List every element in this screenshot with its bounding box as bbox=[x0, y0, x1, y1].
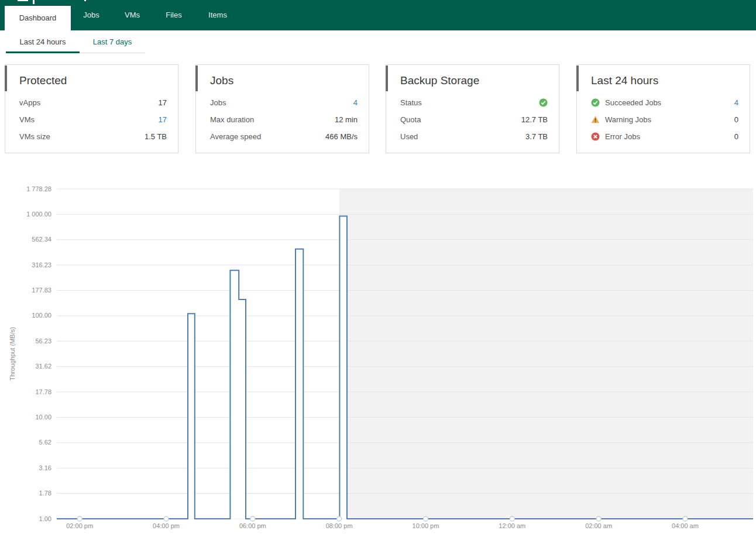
x-tick-label: 08:00 pm bbox=[326, 522, 353, 529]
x-tick-label: 02:00 am bbox=[585, 522, 612, 529]
stat-row-average-speed: Average speed 466 MB/s bbox=[210, 128, 358, 145]
y-tick-label: 562.34 bbox=[32, 236, 51, 243]
line-marker bbox=[77, 516, 82, 521]
tab-vms[interactable]: VMs bbox=[112, 0, 153, 30]
stat-value: 17 bbox=[159, 98, 167, 107]
x-tick-label: 10:00 pm bbox=[413, 522, 439, 529]
card-title: Jobs bbox=[210, 73, 355, 88]
x-tick-label: 06:00 pm bbox=[239, 522, 266, 529]
line-marker bbox=[423, 516, 428, 521]
stat-value-link[interactable]: 4 bbox=[734, 98, 738, 107]
cropped-row-remnant bbox=[33, 0, 35, 4]
stat-value: 0 bbox=[734, 132, 738, 141]
stat-row-status: Status bbox=[400, 94, 548, 111]
stat-value: 0 bbox=[734, 115, 738, 124]
stat-row-used: Used 3.7 TB bbox=[400, 128, 548, 145]
y-axis-title: Throughput (MB/s) bbox=[9, 327, 16, 381]
y-tick-label: 100.00 bbox=[32, 312, 51, 319]
pulse-fill bbox=[339, 216, 347, 519]
stat-row-vms: VMs 17 bbox=[19, 111, 167, 128]
line-marker bbox=[596, 516, 601, 521]
no-data-region bbox=[339, 189, 753, 519]
stat-value-link[interactable]: 4 bbox=[353, 98, 358, 107]
line-marker bbox=[250, 516, 255, 521]
y-tick-label: 1 000.00 bbox=[26, 211, 51, 218]
pulse-fill bbox=[295, 249, 303, 519]
warning-icon bbox=[591, 115, 600, 124]
y-tick-label: 3.16 bbox=[39, 464, 51, 471]
stat-row-warning-jobs: Warning Jobs 0 bbox=[591, 111, 738, 128]
x-tick-label: 04:00 am bbox=[672, 522, 699, 529]
y-tick-label: 177.83 bbox=[32, 287, 51, 294]
stat-value: 1.5 TB bbox=[145, 132, 167, 141]
stat-row-jobs: Jobs 4 bbox=[210, 94, 358, 111]
stat-value: 12.7 TB bbox=[521, 115, 548, 124]
card-title: Last 24 hours bbox=[591, 73, 736, 88]
card-protected: Protected vApps 17 VMs 17 VMs size 1.5 T… bbox=[5, 64, 178, 153]
line-marker bbox=[510, 516, 514, 521]
card-title: Protected bbox=[19, 73, 164, 88]
stat-value: 12 min bbox=[335, 115, 358, 124]
card-backup-storage: Backup Storage Status Quota 12.7 TB Used… bbox=[386, 64, 559, 153]
tab-files[interactable]: Files bbox=[153, 0, 195, 30]
stat-row-error-jobs: Error Jobs 0 bbox=[591, 128, 738, 145]
x-tick-label: 12:00 am bbox=[499, 522, 525, 529]
tab-items[interactable]: Items bbox=[195, 0, 240, 30]
pulse-fill bbox=[239, 299, 246, 519]
stat-row-vapps: vApps 17 bbox=[19, 94, 167, 111]
success-icon bbox=[591, 98, 600, 107]
stat-value: 3.7 TB bbox=[525, 132, 548, 141]
stat-row-vms-size: VMs size 1.5 TB bbox=[19, 128, 167, 145]
top-navbar: Dashboard Jobs VMs Files Items bbox=[0, 0, 756, 30]
throughput-chart: 1.001.783.165.6210.0017.7831.6256.23100.… bbox=[0, 175, 756, 534]
pulse-fill bbox=[230, 270, 239, 519]
subtab-last-7-days[interactable]: Last 7 days bbox=[80, 33, 145, 53]
y-tick-label: 1.00 bbox=[39, 515, 51, 522]
y-tick-label: 5.62 bbox=[39, 439, 51, 446]
page: Dashboard Jobs VMs Files Items Last 24 h… bbox=[0, 0, 756, 534]
y-tick-label: 316.23 bbox=[32, 261, 51, 268]
y-tick-label: 10.00 bbox=[35, 414, 51, 421]
x-tick-label: 04:00 pm bbox=[153, 522, 180, 529]
stat-value-link[interactable]: 17 bbox=[159, 115, 167, 124]
card-title: Backup Storage bbox=[400, 73, 545, 88]
line-marker bbox=[164, 516, 169, 521]
y-tick-label: 31.62 bbox=[35, 363, 51, 370]
stat-row-quota: Quota 12.7 TB bbox=[400, 111, 548, 128]
tab-jobs[interactable]: Jobs bbox=[71, 0, 112, 30]
card-last-24-hours: Last 24 hours Succeeded Jobs 4 Warning J… bbox=[576, 64, 750, 153]
pulse-fill bbox=[188, 313, 195, 519]
x-tick-label: 02:00 pm bbox=[66, 522, 93, 529]
subtab-last-24-hours[interactable]: Last 24 hours bbox=[6, 33, 80, 53]
y-tick-label: 1 778.28 bbox=[26, 185, 51, 192]
status-ok-icon bbox=[539, 98, 548, 107]
y-tick-label: 17.78 bbox=[35, 388, 51, 395]
error-icon bbox=[591, 132, 600, 141]
stat-value: 466 MB/s bbox=[325, 132, 358, 141]
y-tick-label: 1.78 bbox=[39, 490, 51, 497]
card-jobs: Jobs Jobs 4 Max duration 12 min Average … bbox=[195, 64, 369, 153]
cropped-row-remnant bbox=[18, 0, 28, 1]
stat-row-succeeded-jobs: Succeeded Jobs 4 bbox=[591, 94, 738, 111]
y-tick-label: 56.23 bbox=[35, 337, 51, 344]
tab-dashboard[interactable]: Dashboard bbox=[5, 6, 71, 32]
stat-row-max-duration: Max duration 12 min bbox=[210, 111, 358, 128]
line-marker bbox=[683, 516, 688, 521]
line-marker bbox=[337, 516, 342, 521]
